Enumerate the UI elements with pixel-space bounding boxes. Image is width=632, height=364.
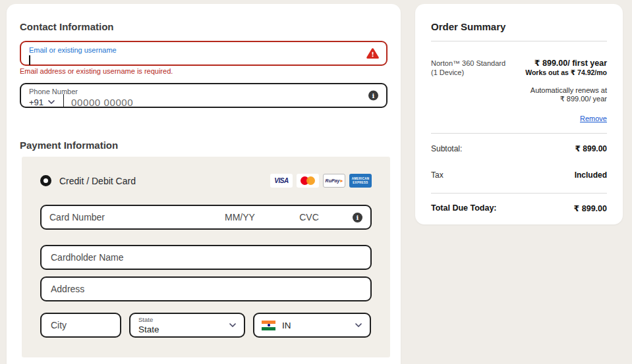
text-caret bbox=[29, 55, 30, 65]
contact-information-heading: Contact Information bbox=[20, 21, 388, 32]
chevron-down-icon bbox=[229, 323, 237, 328]
total-value: ₹ 899.00 bbox=[574, 203, 607, 213]
payment-method-label: Credit / Debit Card bbox=[59, 176, 136, 186]
card-expiry-input[interactable]: MM/YY bbox=[200, 212, 280, 222]
visa-icon: VISA bbox=[270, 174, 293, 188]
city-placeholder: City bbox=[51, 320, 67, 330]
checkout-panel: Contact Information Email or existing us… bbox=[7, 4, 401, 364]
country-select[interactable]: IN bbox=[253, 313, 371, 338]
card-cvc-input[interactable]: CVC bbox=[280, 212, 338, 222]
state-select-label: State bbox=[138, 317, 236, 323]
chevron-down-icon bbox=[355, 323, 362, 328]
cardholder-name-input[interactable]: Cardholder Name bbox=[40, 245, 372, 270]
phone-field[interactable]: Phone Number +91 00000 00000 i bbox=[20, 83, 388, 108]
product-detail: (1 Device) bbox=[431, 68, 505, 77]
divider bbox=[431, 193, 607, 194]
chevron-down-icon bbox=[47, 99, 55, 105]
subtotal-label: Subtotal: bbox=[431, 144, 462, 153]
mastercard-icon bbox=[297, 174, 319, 188]
amex-icon: AMERICAN EXPRESS bbox=[349, 174, 372, 188]
order-summary-panel: Order Summary Norton™ 360 Standard (1 De… bbox=[415, 4, 623, 224]
info-icon[interactable]: i bbox=[368, 91, 378, 101]
remove-item-link[interactable]: Remove bbox=[580, 115, 607, 122]
state-select[interactable]: State State bbox=[129, 313, 245, 338]
address-input[interactable]: Address bbox=[40, 276, 372, 301]
product-name: Norton™ 360 Standard bbox=[431, 59, 505, 68]
subtotal-value: ₹ 899.00 bbox=[575, 144, 607, 153]
address-placeholder: Address bbox=[51, 284, 84, 294]
product-price-note: Works out as ₹ 74.92/mo bbox=[525, 68, 607, 77]
order-summary-heading: Order Summary bbox=[431, 21, 607, 32]
cardholder-name-placeholder: Cardholder Name bbox=[51, 252, 124, 263]
india-flag-icon bbox=[262, 321, 275, 330]
country-code-selector[interactable]: +91 bbox=[29, 97, 55, 107]
rupay-icon: RuPay ▸ bbox=[323, 174, 345, 188]
email-error-message: Email address or existing username is re… bbox=[20, 67, 388, 76]
subtotal-row: Subtotal: ₹ 899.00 bbox=[431, 144, 607, 153]
state-select-value: State bbox=[138, 325, 236, 334]
tax-value: Included bbox=[575, 170, 607, 180]
tax-label: Tax bbox=[431, 170, 444, 180]
card-details-field[interactable]: Card Number MM/YY CVC i bbox=[40, 205, 372, 230]
renewal-note: Automatically renews at ₹ 899.00/ year bbox=[431, 86, 607, 103]
warning-icon bbox=[366, 48, 379, 59]
payment-information-heading: Payment Information bbox=[20, 140, 388, 151]
email-field-label: Email or existing username bbox=[29, 46, 378, 54]
radio-selected-icon[interactable] bbox=[40, 175, 51, 186]
field-divider bbox=[63, 94, 64, 108]
country-select-value: IN bbox=[282, 321, 291, 330]
total-row: Total Due Today: ₹ 899.00 bbox=[431, 203, 607, 213]
divider bbox=[431, 41, 607, 41]
info-icon[interactable]: i bbox=[353, 213, 362, 222]
tax-row: Tax Included bbox=[431, 170, 607, 180]
phone-number-input[interactable]: 00000 00000 bbox=[71, 97, 133, 108]
payment-method-box: Credit / Debit Card VISA RuPay ▸ AMERICA… bbox=[22, 157, 390, 357]
product-price: ₹ 899.00/ first year bbox=[525, 59, 607, 68]
card-brand-icons: VISA RuPay ▸ AMERICAN EXPRESS bbox=[270, 174, 372, 188]
phone-field-label: Phone Number bbox=[29, 88, 378, 95]
country-code-value: +91 bbox=[29, 97, 43, 107]
email-field[interactable]: Email or existing username bbox=[20, 41, 388, 66]
divider bbox=[431, 133, 607, 134]
total-label: Total Due Today: bbox=[431, 203, 497, 213]
card-number-input[interactable]: Card Number bbox=[49, 212, 200, 222]
order-line-item: Norton™ 360 Standard (1 Device) ₹ 899.00… bbox=[431, 59, 607, 77]
payment-method-option[interactable]: Credit / Debit Card VISA RuPay ▸ AMERICA… bbox=[40, 174, 372, 188]
city-input[interactable]: City bbox=[40, 313, 121, 338]
